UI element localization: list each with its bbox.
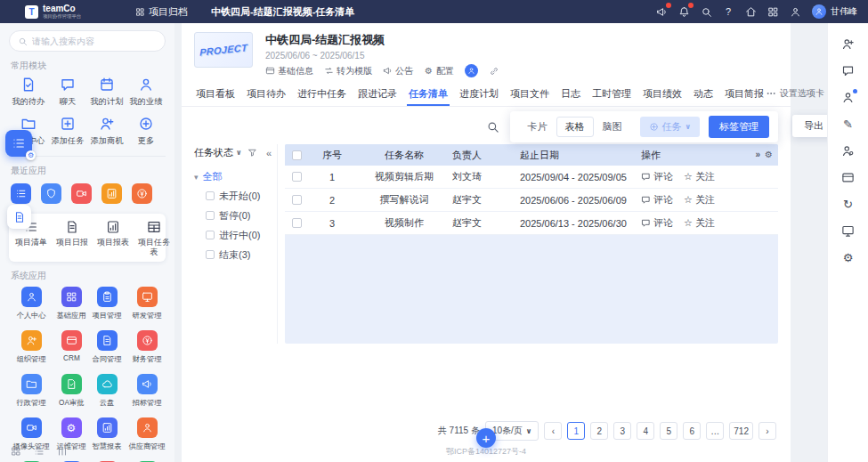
columns-view-icon[interactable] (57, 446, 68, 457)
member-icon[interactable] (841, 91, 855, 104)
sidebar-item-my-todos[interactable]: 我的待办 (9, 77, 48, 108)
megaphone-icon[interactable] (655, 5, 668, 18)
page-button[interactable]: 2 (590, 422, 608, 440)
project-tab[interactable]: 项目绩效 (641, 81, 684, 106)
search-input[interactable] (32, 36, 157, 46)
expand-columns-icon[interactable]: » (755, 150, 760, 159)
announcement-button[interactable]: 公告 (383, 65, 413, 77)
comment-button[interactable]: 评论 (641, 170, 673, 183)
recent-app-4[interactable] (101, 183, 122, 204)
quick-launcher-button[interactable]: ⚙ (5, 130, 32, 157)
next-page-button[interactable]: › (758, 422, 776, 440)
task-name-cell[interactable]: 撰写解说词 (356, 193, 452, 207)
contacts-icon[interactable] (841, 171, 855, 184)
system-app[interactable]: 基础应用 (53, 287, 89, 322)
apps-icon[interactable] (767, 5, 779, 18)
project-tab[interactable]: 动态 (692, 81, 715, 106)
follow-button[interactable]: ☆ 关注 (684, 216, 715, 230)
list-view-icon[interactable] (34, 446, 45, 457)
system-app[interactable]: 合同管理 (89, 330, 125, 366)
add-task-dropdown[interactable]: 任务 ∨ (640, 117, 701, 137)
help-icon[interactable]: ? (722, 5, 734, 18)
system-app[interactable]: OA审批 (53, 374, 89, 409)
pinned-project-report[interactable]: 项目报表 (93, 220, 134, 257)
screen-share-icon[interactable] (841, 224, 855, 238)
status-checkbox[interactable] (206, 211, 215, 220)
follow-button[interactable]: ☆ 关注 (684, 193, 715, 207)
project-tab[interactable]: 项目文件 (508, 81, 551, 106)
recent-app-2[interactable] (41, 183, 61, 204)
tab-settings-button[interactable]: 设置选项卡 (766, 87, 824, 100)
user-menu[interactable]: 甘伟峰 (812, 4, 857, 19)
task-name-cell[interactable]: 视频制作 (356, 216, 452, 230)
system-app[interactable]: 供应商管理 (125, 417, 169, 453)
project-tab[interactable]: 进行中任务 (296, 81, 348, 106)
撰写解说词[interactable]: 2 撰写解说词 赵宇文 2025/06/06 - 2025/06/09 评论 ☆ (285, 189, 778, 212)
view-option[interactable]: 脑图 (594, 117, 631, 137)
system-app[interactable]: 云盘 (89, 374, 125, 409)
comment-button[interactable]: 评论 (641, 216, 673, 230)
invite-member-icon[interactable] (841, 37, 855, 51)
sync-icon[interactable]: ↻ (841, 198, 855, 211)
project-owner-avatar[interactable] (465, 64, 478, 77)
project-tab[interactable]: 项目待办 (245, 81, 288, 106)
system-app[interactable]: 项目管理 (89, 287, 125, 322)
bell-icon[interactable] (677, 5, 690, 18)
search-icon[interactable] (700, 5, 712, 18)
project-tab[interactable]: 任务清单 (407, 81, 450, 106)
view-option[interactable]: 表格 (556, 117, 594, 137)
profile-icon[interactable] (789, 5, 801, 18)
row-checkbox[interactable] (292, 172, 302, 182)
sidebar-item-my-plan[interactable]: 我的计划 (87, 77, 126, 108)
project-tab[interactable]: 项目简报 (723, 81, 766, 106)
project-tab[interactable]: 日志 (559, 81, 582, 106)
status-checkbox[interactable] (206, 250, 215, 259)
system-app[interactable]: 智慧报表 (89, 417, 125, 453)
sidebar-item-more[interactable]: 更多 (126, 116, 166, 147)
system-app[interactable]: CRM (53, 330, 89, 366)
system-app[interactable]: 招标管理 (125, 374, 169, 409)
quick-form-button[interactable] (7, 205, 31, 229)
convert-template-button[interactable]: 转为模版 (324, 65, 372, 77)
follow-button[interactable]: ☆ 关注 (684, 170, 715, 183)
status-checkbox[interactable] (206, 231, 215, 239)
recent-app-5[interactable] (132, 183, 152, 204)
status-tree-node[interactable]: 结束(3) (194, 245, 272, 264)
account-settings-icon[interactable] (841, 144, 855, 158)
page-button[interactable]: 712 (729, 422, 753, 440)
view-option[interactable]: 卡片 (519, 117, 556, 137)
视频剪辑后期[interactable]: 1 视频剪辑后期 刘文琦 2025/09/04 - 2025/09/05 评论 … (285, 166, 778, 189)
share-link-icon[interactable] (489, 66, 499, 77)
row-checkbox[interactable] (292, 195, 302, 205)
status-tree-node[interactable]: 未开始(0) (194, 186, 272, 206)
home-icon[interactable] (744, 5, 757, 18)
status-tree-node[interactable]: 全部 (194, 166, 272, 186)
config-button[interactable]: ⚙ 配置 (424, 65, 454, 77)
edit-icon[interactable]: ✎ (841, 118, 855, 131)
table-search-icon[interactable] (486, 120, 499, 134)
page-button[interactable]: 5 (660, 422, 677, 440)
feedback-icon[interactable] (841, 64, 855, 77)
status-checkbox[interactable] (206, 191, 215, 200)
project-tab[interactable]: 进度计划 (458, 81, 500, 106)
apps-switch-icon[interactable] (11, 446, 21, 457)
pinned-project-daily[interactable]: 项目日报 (52, 220, 93, 257)
recent-app-3[interactable] (71, 183, 92, 204)
sidebar-item-add-task[interactable]: 添加任务 (48, 116, 87, 147)
collapse-panel-button[interactable]: « (266, 148, 272, 158)
sidebar-search[interactable] (9, 30, 166, 52)
sidebar-item-add-opportunity[interactable]: 添加商机 (87, 116, 126, 147)
page-button[interactable]: … (706, 422, 724, 440)
funnel-icon[interactable] (247, 148, 257, 158)
sidebar-item-my-performance[interactable]: 我的业绩 (126, 77, 166, 108)
status-tree-node[interactable]: 暂停(0) (194, 206, 272, 225)
settings-icon[interactable]: ⚙ (841, 251, 855, 264)
project-tab[interactable]: 工时管理 (590, 81, 633, 106)
page-button[interactable]: 4 (637, 422, 654, 440)
app-logo[interactable]: T teamCo 项目协作管理平台 (25, 4, 85, 20)
add-fab-button[interactable]: + (476, 428, 496, 448)
system-app[interactable]: 组织管理 (9, 330, 53, 366)
system-app[interactable]: 个人中心 (9, 287, 53, 322)
basic-info-button[interactable]: 基础信息 (265, 65, 313, 77)
page-button[interactable]: 3 (613, 422, 631, 440)
